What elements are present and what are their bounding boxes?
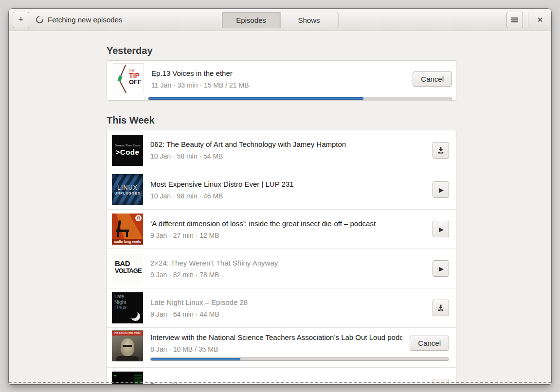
status-text: Fetching new episodes xyxy=(48,16,122,24)
play-icon: ▶ xyxy=(439,186,444,194)
guardian-logo: g xyxy=(135,215,142,221)
podcasts-app-window: + Fetching new episodes Episodes Shows ✕… xyxy=(9,9,551,384)
artwork-text: UNPLUGGED xyxy=(114,191,140,196)
play-icon: ▶ xyxy=(439,226,444,233)
download-progress-fill xyxy=(151,358,240,360)
episode-meta: 9 Jan · 82 min · 78 MB xyxy=(150,271,425,279)
episode-title: 2×24: They Weren’t That Shiny Anyway xyxy=(150,259,425,267)
chair-illustration xyxy=(115,220,132,238)
episode-meta: 10 Jan · 98 min · 46 MB xyxy=(150,192,425,200)
artwork-text: CRAPHOUND.COM xyxy=(112,331,143,336)
episode-title: 062: The Beauty of Art and Technology wi… xyxy=(150,140,425,148)
play-button[interactable]: ▶ xyxy=(433,181,449,198)
episode-meta: 8 Jan · 10 MB / 35 MB xyxy=(150,345,402,353)
download-icon xyxy=(437,383,445,384)
artwork-text: OFF xyxy=(129,79,142,85)
artwork-text: BAD xyxy=(115,260,143,267)
podcast-artwork-greater-than-code: Greater Than Code >Code xyxy=(112,135,143,166)
episode-row[interactable]: BAD VOLTAGE 2×24: They Weren’t That Shin… xyxy=(107,249,456,288)
artwork-text: Linux xyxy=(114,305,126,311)
download-button[interactable] xyxy=(433,300,449,316)
tab-episodes[interactable]: Episodes xyxy=(222,12,280,28)
episode-title: Most Expensive Linux Distro Ever | LUP 2… xyxy=(150,180,425,188)
play-button[interactable]: ▶ xyxy=(433,260,449,277)
download-progress-bar xyxy=(148,97,452,100)
artwork-text: VOLTAGE xyxy=(115,267,142,274)
episode-meta: 10 Jan · 58 min · 54 MB xyxy=(150,152,425,160)
episode-row-downloading[interactable]: CRAPHOUND.COM Interview with the Nationa… xyxy=(107,327,456,367)
tab-shows[interactable]: Shows xyxy=(280,12,338,28)
hamburger-icon xyxy=(511,19,518,20)
status-area: Fetching new episodes xyxy=(36,16,122,24)
close-button[interactable]: ✕ xyxy=(533,13,547,27)
spinner-icon xyxy=(35,15,45,25)
episodes-view: Yesterday THE TIP OFF Ep.13 Voices in th… xyxy=(9,31,551,384)
episode-title: Interview with the National Science Teac… xyxy=(150,333,402,341)
artwork-text: TIP xyxy=(129,72,142,79)
play-icon: ▶ xyxy=(439,265,444,272)
section-heading-yesterday: Yesterday xyxy=(107,45,456,56)
episode-meta: 9 Jan · 64 min · 44 MB xyxy=(150,310,425,318)
close-icon: ✕ xyxy=(537,16,543,24)
episode-title: Late Night Linux – Episode 28 xyxy=(150,298,425,306)
download-icon xyxy=(437,146,445,154)
cancel-download-button[interactable]: Cancel xyxy=(413,71,452,87)
episode-row-downloading[interactable]: THE TIP OFF Ep.13 Voices in the ether 11… xyxy=(107,60,456,101)
header-separator xyxy=(528,13,528,27)
add-podcast-button[interactable]: + xyxy=(13,12,29,28)
section-heading-this-week: This Week xyxy=(107,114,456,126)
episode-title: ‘A different dimension of loss’: inside … xyxy=(150,219,425,228)
podcast-artwork-late-night-linux: Late Night Linux xyxy=(112,292,143,323)
artwork-text: Greater Than Code xyxy=(115,144,140,147)
chevron-decoration: › xyxy=(112,374,118,376)
download-progress-bar xyxy=(150,357,449,361)
download-icon xyxy=(437,304,445,312)
header-right-controls: ✕ xyxy=(506,12,547,28)
episode-meta: 9 Jan · 27 min · 12 MB xyxy=(150,232,425,239)
artwork-text: audio long reads xyxy=(112,239,143,245)
episode-list: Greater Than Code >Code 062: The Beauty … xyxy=(107,130,456,384)
play-button[interactable]: ▶ xyxy=(433,221,449,237)
portrait-illustration xyxy=(121,339,134,356)
episode-meta: 11 Jan · 33 min · 15 MB / 21 MB xyxy=(151,81,405,89)
header-bar: + Fetching new episodes Episodes Shows ✕ xyxy=(9,9,551,31)
episode-row[interactable]: Greater Than Code >Code 062: The Beauty … xyxy=(107,130,456,170)
podcast-artwork-linux-unplugged: LINUX UNPLUGGED xyxy=(112,174,143,205)
view-switcher: Episodes Shows xyxy=(222,12,338,28)
scroll-undershoot-indicator xyxy=(9,382,551,383)
artwork-text: IRL xyxy=(116,383,132,384)
download-progress-fill xyxy=(148,97,363,100)
artwork-text: LINUX xyxy=(117,184,138,191)
episode-row[interactable]: Late Night Linux Late Night Linux – Epis… xyxy=(107,288,456,327)
episode-row[interactable]: LINUX UNPLUGGED Most Expensive Linux Dis… xyxy=(107,170,456,209)
cancel-download-button[interactable]: Cancel xyxy=(410,336,449,351)
download-button[interactable] xyxy=(433,142,449,159)
menu-button[interactable] xyxy=(506,12,523,28)
podcast-artwork-craphound: CRAPHOUND.COM xyxy=(112,330,143,361)
artwork-text: >Code xyxy=(116,148,140,156)
artwork-text: Late xyxy=(114,294,126,300)
episode-title: Ep.13 Voices in the ether xyxy=(151,69,405,77)
podcast-artwork-audio-long-reads: g audio long reads xyxy=(112,214,143,245)
episode-row[interactable]: g audio long reads ‘A different dimensio… xyxy=(107,209,456,249)
podcast-artwork-tip-off: THE TIP OFF xyxy=(113,63,144,94)
podcast-artwork-bad-voltage: BAD VOLTAGE xyxy=(112,253,143,284)
moon-illustration xyxy=(131,312,140,321)
